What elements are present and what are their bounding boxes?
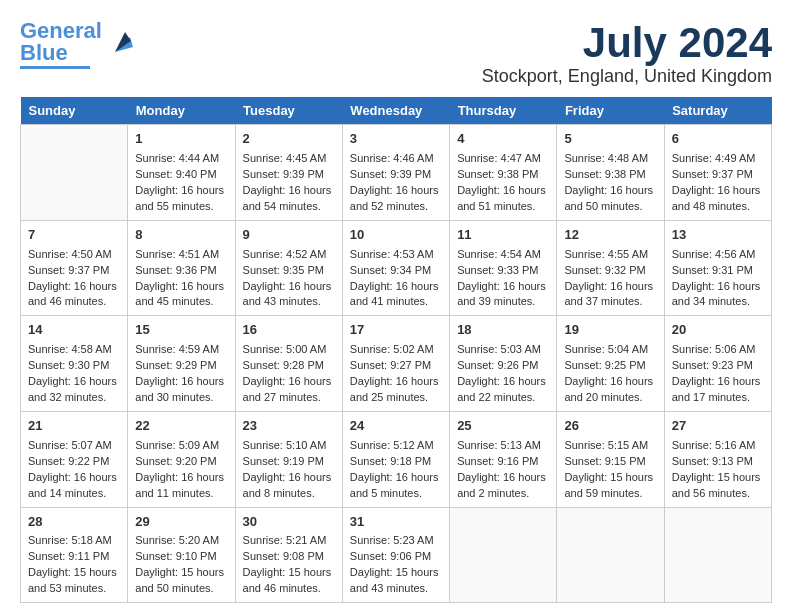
calendar-week-row: 14Sunrise: 4:58 AMSunset: 9:30 PMDayligh… — [21, 316, 772, 412]
sunrise-text: Sunrise: 5:10 AM — [243, 439, 327, 451]
calendar-day-cell: 28Sunrise: 5:18 AMSunset: 9:11 PMDayligh… — [21, 507, 128, 603]
daylight-text: Daylight: 16 hours and 27 minutes. — [243, 375, 332, 403]
sunrise-text: Sunrise: 4:55 AM — [564, 248, 648, 260]
daylight-text: Daylight: 16 hours and 48 minutes. — [672, 184, 761, 212]
calendar-week-row: 28Sunrise: 5:18 AMSunset: 9:11 PMDayligh… — [21, 507, 772, 603]
calendar-day-cell: 8Sunrise: 4:51 AMSunset: 9:36 PMDaylight… — [128, 220, 235, 316]
sunrise-text: Sunrise: 5:06 AM — [672, 343, 756, 355]
sunrise-text: Sunrise: 4:58 AM — [28, 343, 112, 355]
day-number: 12 — [564, 226, 656, 245]
calendar-week-row: 1Sunrise: 4:44 AMSunset: 9:40 PMDaylight… — [21, 125, 772, 221]
sunset-text: Sunset: 9:31 PM — [672, 264, 753, 276]
calendar-day-cell — [557, 507, 664, 603]
daylight-text: Daylight: 16 hours and 54 minutes. — [243, 184, 332, 212]
daylight-text: Daylight: 16 hours and 43 minutes. — [243, 280, 332, 308]
calendar-day-header: Wednesday — [342, 97, 449, 125]
sunrise-text: Sunrise: 4:47 AM — [457, 152, 541, 164]
calendar-day-cell — [450, 507, 557, 603]
day-number: 19 — [564, 321, 656, 340]
calendar-day-header: Friday — [557, 97, 664, 125]
sunrise-text: Sunrise: 4:49 AM — [672, 152, 756, 164]
daylight-text: Daylight: 15 hours and 43 minutes. — [350, 566, 439, 594]
calendar-day-cell: 9Sunrise: 4:52 AMSunset: 9:35 PMDaylight… — [235, 220, 342, 316]
calendar-day-cell — [664, 507, 771, 603]
day-number: 16 — [243, 321, 335, 340]
day-number: 27 — [672, 417, 764, 436]
day-number: 9 — [243, 226, 335, 245]
sunrise-text: Sunrise: 5:03 AM — [457, 343, 541, 355]
day-number: 5 — [564, 130, 656, 149]
sunrise-text: Sunrise: 5:07 AM — [28, 439, 112, 451]
sunrise-text: Sunrise: 4:56 AM — [672, 248, 756, 260]
sunset-text: Sunset: 9:37 PM — [28, 264, 109, 276]
daylight-text: Daylight: 16 hours and 22 minutes. — [457, 375, 546, 403]
sunrise-text: Sunrise: 4:45 AM — [243, 152, 327, 164]
sunset-text: Sunset: 9:10 PM — [135, 550, 216, 562]
calendar-header-row: SundayMondayTuesdayWednesdayThursdayFrid… — [21, 97, 772, 125]
sunrise-text: Sunrise: 5:00 AM — [243, 343, 327, 355]
sunset-text: Sunset: 9:28 PM — [243, 359, 324, 371]
calendar-day-cell: 1Sunrise: 4:44 AMSunset: 9:40 PMDaylight… — [128, 125, 235, 221]
sunrise-text: Sunrise: 5:09 AM — [135, 439, 219, 451]
daylight-text: Daylight: 16 hours and 46 minutes. — [28, 280, 117, 308]
sunrise-text: Sunrise: 5:12 AM — [350, 439, 434, 451]
sunrise-text: Sunrise: 4:53 AM — [350, 248, 434, 260]
daylight-text: Daylight: 16 hours and 5 minutes. — [350, 471, 439, 499]
calendar-day-cell: 16Sunrise: 5:00 AMSunset: 9:28 PMDayligh… — [235, 316, 342, 412]
day-number: 28 — [28, 513, 120, 532]
daylight-text: Daylight: 16 hours and 37 minutes. — [564, 280, 653, 308]
calendar-week-row: 21Sunrise: 5:07 AMSunset: 9:22 PMDayligh… — [21, 411, 772, 507]
calendar-day-cell: 31Sunrise: 5:23 AMSunset: 9:06 PMDayligh… — [342, 507, 449, 603]
calendar-day-cell: 3Sunrise: 4:46 AMSunset: 9:39 PMDaylight… — [342, 125, 449, 221]
sunrise-text: Sunrise: 4:59 AM — [135, 343, 219, 355]
sunset-text: Sunset: 9:25 PM — [564, 359, 645, 371]
logo-text: GeneralBlue — [20, 20, 102, 64]
day-number: 22 — [135, 417, 227, 436]
calendar-day-cell: 10Sunrise: 4:53 AMSunset: 9:34 PMDayligh… — [342, 220, 449, 316]
sunset-text: Sunset: 9:20 PM — [135, 455, 216, 467]
calendar-subtitle: Stockport, England, United Kingdom — [482, 66, 772, 87]
logo-icon — [105, 27, 135, 57]
daylight-text: Daylight: 16 hours and 32 minutes. — [28, 375, 117, 403]
sunset-text: Sunset: 9:19 PM — [243, 455, 324, 467]
daylight-text: Daylight: 16 hours and 14 minutes. — [28, 471, 117, 499]
sunset-text: Sunset: 9:33 PM — [457, 264, 538, 276]
daylight-text: Daylight: 16 hours and 25 minutes. — [350, 375, 439, 403]
sunset-text: Sunset: 9:26 PM — [457, 359, 538, 371]
sunset-text: Sunset: 9:37 PM — [672, 168, 753, 180]
sunrise-text: Sunrise: 5:18 AM — [28, 534, 112, 546]
calendar-day-header: Monday — [128, 97, 235, 125]
header: GeneralBlue July 2024 Stockport, England… — [20, 20, 772, 87]
calendar-week-row: 7Sunrise: 4:50 AMSunset: 9:37 PMDaylight… — [21, 220, 772, 316]
day-number: 1 — [135, 130, 227, 149]
sunset-text: Sunset: 9:27 PM — [350, 359, 431, 371]
calendar-day-cell: 26Sunrise: 5:15 AMSunset: 9:15 PMDayligh… — [557, 411, 664, 507]
sunset-text: Sunset: 9:32 PM — [564, 264, 645, 276]
sunset-text: Sunset: 9:15 PM — [564, 455, 645, 467]
calendar-day-cell: 17Sunrise: 5:02 AMSunset: 9:27 PMDayligh… — [342, 316, 449, 412]
logo: GeneralBlue — [20, 20, 135, 69]
sunset-text: Sunset: 9:34 PM — [350, 264, 431, 276]
sunset-text: Sunset: 9:39 PM — [350, 168, 431, 180]
calendar-day-cell: 19Sunrise: 5:04 AMSunset: 9:25 PMDayligh… — [557, 316, 664, 412]
sunrise-text: Sunrise: 4:50 AM — [28, 248, 112, 260]
logo-underline — [20, 66, 90, 69]
sunrise-text: Sunrise: 5:23 AM — [350, 534, 434, 546]
calendar-day-cell: 18Sunrise: 5:03 AMSunset: 9:26 PMDayligh… — [450, 316, 557, 412]
day-number: 20 — [672, 321, 764, 340]
calendar-day-header: Saturday — [664, 97, 771, 125]
day-number: 18 — [457, 321, 549, 340]
day-number: 29 — [135, 513, 227, 532]
daylight-text: Daylight: 15 hours and 53 minutes. — [28, 566, 117, 594]
daylight-text: Daylight: 16 hours and 41 minutes. — [350, 280, 439, 308]
calendar-day-cell: 13Sunrise: 4:56 AMSunset: 9:31 PMDayligh… — [664, 220, 771, 316]
day-number: 7 — [28, 226, 120, 245]
calendar-day-cell: 22Sunrise: 5:09 AMSunset: 9:20 PMDayligh… — [128, 411, 235, 507]
daylight-text: Daylight: 15 hours and 59 minutes. — [564, 471, 653, 499]
sunset-text: Sunset: 9:39 PM — [243, 168, 324, 180]
calendar-day-cell: 6Sunrise: 4:49 AMSunset: 9:37 PMDaylight… — [664, 125, 771, 221]
daylight-text: Daylight: 16 hours and 51 minutes. — [457, 184, 546, 212]
day-number: 3 — [350, 130, 442, 149]
sunrise-text: Sunrise: 5:02 AM — [350, 343, 434, 355]
calendar-day-cell: 29Sunrise: 5:20 AMSunset: 9:10 PMDayligh… — [128, 507, 235, 603]
